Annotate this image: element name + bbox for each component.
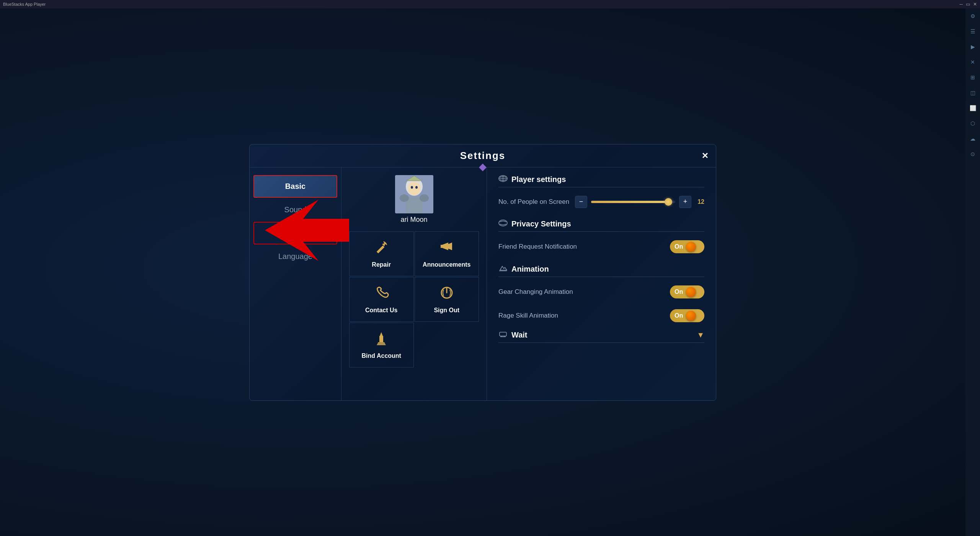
privacy-settings-icon — [498, 220, 508, 228]
friend-request-toggle-knob — [686, 242, 696, 252]
settings-content: Player settings No. of People on Screen … — [487, 167, 716, 400]
people-on-screen-row: No. of People on Screen − + 12 — [498, 193, 704, 210]
sidebar-grid-icon[interactable]: ⊞ — [968, 73, 977, 82]
animation-header: Animation — [498, 265, 704, 277]
bind-account-icon — [374, 331, 389, 349]
animation-icon — [498, 265, 508, 274]
titlebar-title: BlueStacks App Player — [3, 2, 46, 7]
privacy-settings-title: Privacy Settings — [511, 220, 571, 228]
gear-changing-toggle[interactable]: On — [670, 285, 704, 298]
announcements-label: Announcements — [423, 261, 470, 268]
svg-point-8 — [400, 194, 409, 202]
privacy-settings-header: Privacy Settings — [498, 220, 704, 232]
svg-rect-10 — [441, 245, 443, 248]
modal-header: Settings × — [250, 144, 716, 167]
gear-changing-toggle-label: On — [675, 288, 683, 295]
wait-section: Wait ▼ — [498, 331, 704, 343]
rage-skill-row: Rage Skill Animation On — [498, 307, 704, 325]
sidebar-circle-icon[interactable]: ⊙ — [968, 149, 977, 159]
svg-point-9 — [420, 194, 429, 202]
restore-button[interactable]: ▭ — [966, 2, 970, 7]
sidebar-layout-icon[interactable]: ◫ — [968, 88, 977, 97]
icon-grid: Repair Announcements — [349, 231, 479, 367]
titlebar-controls: ─ ▭ ✕ — [959, 2, 977, 7]
close-titlebar-button[interactable]: ✕ — [973, 2, 977, 7]
modal-overlay: Settings × Basic Sound Graphic Language — [0, 8, 965, 536]
friend-request-toggle[interactable]: On — [670, 240, 704, 253]
sign-out-label: Sign Out — [434, 307, 459, 314]
announcements-icon — [439, 239, 454, 258]
modal-title: Settings — [460, 150, 506, 162]
friend-request-row: Friend Request Notification On — [498, 238, 704, 256]
slider-fill — [591, 201, 668, 203]
sidebar-hex-icon[interactable]: ⬡ — [968, 119, 977, 128]
svg-point-5 — [411, 186, 413, 189]
sidebar-gear-icon[interactable]: ⚙ — [968, 11, 977, 21]
minimize-button[interactable]: ─ — [959, 2, 963, 7]
sidebar-cloud-icon[interactable]: ☁ — [968, 134, 977, 143]
slider-value: 12 — [695, 198, 704, 205]
rage-skill-toggle[interactable]: On — [670, 309, 704, 322]
player-settings-icon — [498, 175, 508, 184]
friend-request-toggle-label: On — [675, 243, 683, 250]
gear-changing-toggle-knob — [686, 287, 696, 297]
repair-button[interactable]: Repair — [349, 231, 414, 276]
contact-us-label: Contact Us — [365, 307, 397, 314]
wait-header: Wait ▼ — [498, 331, 704, 343]
svg-point-4 — [408, 182, 420, 195]
character-avatar — [395, 175, 433, 213]
wait-expand-icon[interactable]: ▼ — [697, 331, 704, 339]
rage-skill-label: Rage Skill Animation — [498, 312, 558, 320]
rage-skill-toggle-label: On — [675, 312, 683, 319]
character-area: ari Moon — [395, 175, 433, 224]
gear-changing-label: Gear Changing Animation — [498, 288, 573, 296]
player-settings-header: Player settings — [498, 175, 704, 187]
wait-title: Wait — [511, 331, 527, 339]
svg-marker-0 — [265, 200, 349, 261]
rage-skill-toggle-knob — [686, 311, 696, 321]
sidebar-close-icon[interactable]: ✕ — [968, 57, 977, 67]
sidebar-menu-icon[interactable]: ☰ — [968, 27, 977, 36]
slider-track[interactable] — [591, 201, 675, 203]
slider-thumb[interactable] — [665, 198, 672, 206]
people-on-screen-label: No. of People on Screen — [498, 198, 569, 206]
svg-rect-17 — [500, 332, 506, 336]
svg-point-6 — [415, 186, 418, 189]
announcements-button[interactable]: Announcements — [415, 231, 479, 276]
friend-request-label: Friend Request Notification — [498, 243, 577, 251]
sidebar-box-icon[interactable]: ⬜ — [968, 103, 977, 113]
slider-increase-button[interactable]: + — [679, 196, 691, 208]
sign-out-icon — [439, 285, 454, 304]
slider-decrease-button[interactable]: − — [575, 196, 587, 208]
repair-icon — [374, 239, 389, 258]
sidebar-play-icon[interactable]: ▶ — [968, 42, 977, 51]
red-arrow-indicator — [265, 200, 349, 261]
player-settings-title: Player settings — [511, 175, 566, 184]
contact-us-icon — [374, 285, 389, 304]
animation-title: Animation — [511, 265, 549, 274]
settings-middle: ari Moon Repair — [341, 167, 487, 400]
bind-account-label: Bind Account — [362, 352, 401, 359]
contact-us-button[interactable]: Contact Us — [349, 277, 414, 322]
svg-rect-12 — [379, 336, 383, 342]
titlebar: BlueStacks App Player ─ ▭ ✕ — [0, 0, 980, 8]
gear-changing-row: Gear Changing Animation On — [498, 283, 704, 301]
sidebar-item-basic[interactable]: Basic — [253, 175, 337, 198]
modal-close-button[interactable]: × — [702, 149, 708, 162]
modal-body: Basic Sound Graphic Language — [250, 167, 716, 400]
sign-out-button[interactable]: Sign Out — [415, 277, 479, 322]
settings-modal: Settings × Basic Sound Graphic Language — [249, 144, 716, 401]
wait-icon — [498, 331, 508, 339]
character-name: ari Moon — [400, 216, 427, 224]
bind-account-button[interactable]: Bind Account — [349, 323, 414, 367]
right-sidebar: ⚙ ☰ ▶ ✕ ⊞ ◫ ⬜ ⬡ ☁ ⊙ — [965, 8, 980, 536]
people-slider-control: − + 12 — [575, 196, 704, 208]
repair-label: Repair — [372, 261, 391, 268]
